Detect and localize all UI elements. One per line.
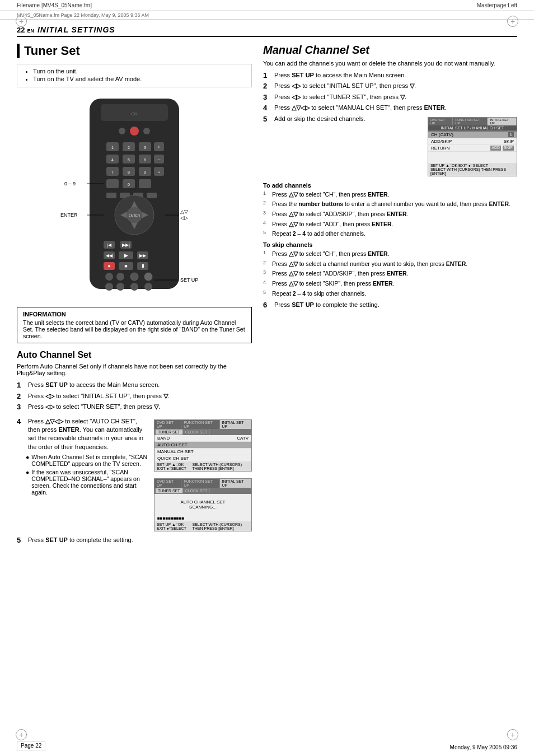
reg-mark-bl [16, 729, 27, 740]
information-box: INFORMATION The unit selects the correct… [17, 307, 252, 343]
svg-text:⏸: ⏸ [140, 263, 146, 269]
svg-text:▶▶: ▶▶ [139, 253, 147, 258]
auto-channel-set-title: Auto Channel Set [17, 350, 252, 360]
add-step-1: 1 Press △▽ to select "CH", then press EN… [263, 190, 517, 199]
svg-text:▶: ▶ [124, 253, 128, 258]
svg-text:+: + [157, 144, 160, 150]
svg-point-61 [105, 273, 113, 281]
remote-area: CH 1 2 3 [17, 93, 252, 301]
add-step-2: 2 Press the number buttons to enter a ch… [263, 200, 517, 208]
svg-text:+: + [158, 170, 160, 174]
svg-text:●: ● [107, 263, 110, 269]
page-number: 22 [17, 26, 25, 34]
svg-point-65 [105, 283, 113, 291]
manual-channel-set-title: Manual Channel Set [263, 44, 517, 57]
svg-rect-34 [106, 193, 116, 198]
manual-step-2: 2 Press ◁▷ to select "INITIAL SET UP", t… [263, 82, 517, 90]
manual-step-5: 5 Add or skip the desired channels. [263, 115, 423, 123]
svg-text:6: 6 [144, 158, 146, 162]
skip-step-2: 2 Press △▽ to select a channel number yo… [263, 260, 517, 268]
svg-text:4: 4 [111, 158, 114, 162]
svg-text:0 – 9: 0 – 9 [64, 181, 76, 186]
page-title-row: 22 EN INITIAL SETTINGS [17, 25, 517, 37]
add-step-4: 4 Press △▽ to select "ADD", then press E… [263, 220, 517, 228]
manual-screen-img: DVD SET UP FUNCTION SET UP INITIAL SET U… [428, 117, 517, 176]
svg-text:|◀: |◀ [107, 242, 112, 248]
manual-step-6: 6 Press SET UP to complete the setting. [263, 301, 517, 309]
auto-screen-2: DVD SET UP FUNCTION SET UP INITIAL SET U… [154, 478, 252, 531]
reg-mark-tl [16, 16, 27, 27]
svg-rect-37 [147, 193, 157, 198]
skip-step-4: 4 Press △▽ to select "SKIP", then press … [263, 279, 517, 288]
to-add-title: To add channels [263, 182, 517, 189]
svg-text:▶▶|: ▶▶| [122, 242, 130, 248]
svg-point-3 [130, 127, 139, 136]
svg-point-5 [143, 128, 150, 134]
svg-text:–: – [157, 157, 160, 162]
svg-text:3: 3 [144, 146, 146, 150]
info-text: The unit selects the correct band (TV or… [23, 319, 246, 339]
add-step-3: 3 Press △▽ to select "ADD/SKIP", then pr… [263, 210, 517, 218]
tuner-set-title: Tuner Set [17, 44, 252, 58]
auto-screens: DVD SET UP FUNCTION SET UP INITIAL SET U… [154, 417, 252, 534]
svg-point-4 [119, 128, 125, 134]
footer-date: Monday, 9 May 2005 09:36 [450, 744, 517, 750]
tuner-bullets: Turn on the unit. Turn on the TV and sel… [17, 64, 252, 87]
auto-step-2: 2 Press ◁▷ to select "INITIAL SET UP", t… [17, 392, 252, 400]
svg-text:△▽: △▽ [180, 209, 188, 214]
svg-point-62 [116, 273, 124, 281]
svg-text:◀◀: ◀◀ [106, 253, 113, 258]
page-header: Filename [MV4S_05Name.fm] Masterpage:Lef… [0, 0, 534, 11]
svg-text:0: 0 [128, 183, 130, 186]
svg-text:ENTER: ENTER [60, 212, 78, 218]
svg-text:◁▷: ◁▷ [180, 215, 188, 221]
svg-text:2: 2 [128, 146, 130, 150]
auto-screen-1: DVD SET UP FUNCTION SET UP INITIAL SET U… [154, 419, 252, 472]
skip-step-5: 5 Repeat 2 – 4 to skip other channels. [263, 290, 517, 298]
svg-text:9: 9 [144, 170, 146, 174]
main-content: 22 EN INITIAL SETTINGS Tuner Set Turn on… [0, 20, 534, 569]
auto-step-4-row: 4 Press △▽◁▷ to select "AUTO CH SET", th… [17, 417, 252, 534]
skip-step-1: 1 Press △▽ to select "CH", then press EN… [263, 250, 517, 258]
section-title: INITIAL SETTINGS [38, 25, 115, 34]
reg-mark-tr [507, 16, 518, 27]
footer-page-number: Page 22 [17, 741, 45, 750]
svg-text:SET UP: SET UP [180, 277, 198, 283]
col-right: Manual Channel Set You can add the chann… [263, 44, 517, 547]
auto-step-3-row: 3 Press ◁▷ to select "TUNER SET", then p… [17, 403, 252, 413]
svg-rect-32 [106, 179, 119, 188]
auto-channel-set-desc: Perform Auto Channel Set only if channel… [17, 363, 252, 376]
svg-text:ENTER: ENTER [129, 214, 140, 217]
svg-point-63 [130, 273, 138, 281]
to-skip-title: To skip channels [263, 241, 517, 248]
skip-step-3: 3 Press △▽ to select "ADD/SKIP", then pr… [263, 269, 517, 278]
svg-text:5: 5 [128, 158, 130, 162]
svg-point-67 [130, 283, 138, 291]
auto-step-3: 3 Press ◁▷ to select "TUNER SET", then p… [17, 403, 252, 411]
en-label: EN [27, 28, 34, 34]
two-col-layout: Tuner Set Turn on the unit. Turn on the … [17, 44, 517, 547]
manual-screen: DVD SET UP FUNCTION SET UP INITIAL SET U… [428, 115, 517, 179]
svg-text:8: 8 [128, 170, 130, 174]
filename-label: Filename [MV4S_05Name.fm] [17, 2, 92, 8]
add-step-5: 5 Repeat 2 – 4 to add other channels. [263, 230, 517, 238]
step4-bullets: ● When Auto Channel Set is complete, "SC… [26, 454, 149, 496]
svg-point-66 [116, 283, 124, 291]
svg-point-69 [144, 273, 152, 281]
auto-step-1: 1 Press SET UP to access the Main Menu s… [17, 381, 252, 389]
masterpage-label: Masterpage:Left [477, 2, 517, 8]
bullet-1: Turn on the unit. [33, 68, 246, 74]
svg-text:1: 1 [111, 146, 114, 150]
svg-rect-33 [139, 179, 151, 188]
svg-text:CH: CH [131, 111, 138, 116]
svg-point-68 [144, 283, 152, 291]
auto-step-4: 4 Press △▽◁▷ to select "AUTO CH SET", th… [17, 417, 149, 452]
bullet-2: Turn on the TV and select the AV mode. [33, 76, 246, 82]
manual-channel-set-desc: You can add the channels you want or del… [263, 60, 517, 67]
manual-step-3: 3 Press ◁▷ to select "TUNER SET", then p… [263, 93, 517, 101]
reg-mark-br [507, 729, 518, 740]
remote-svg: CH 1 2 3 [56, 93, 213, 300]
manual-step-1: 1 Press SET UP to access the Main Menu s… [263, 71, 517, 80]
svg-text:■: ■ [124, 263, 127, 269]
manual-step-5-row: 5 Add or skip the desired channels. DVD … [263, 115, 517, 179]
